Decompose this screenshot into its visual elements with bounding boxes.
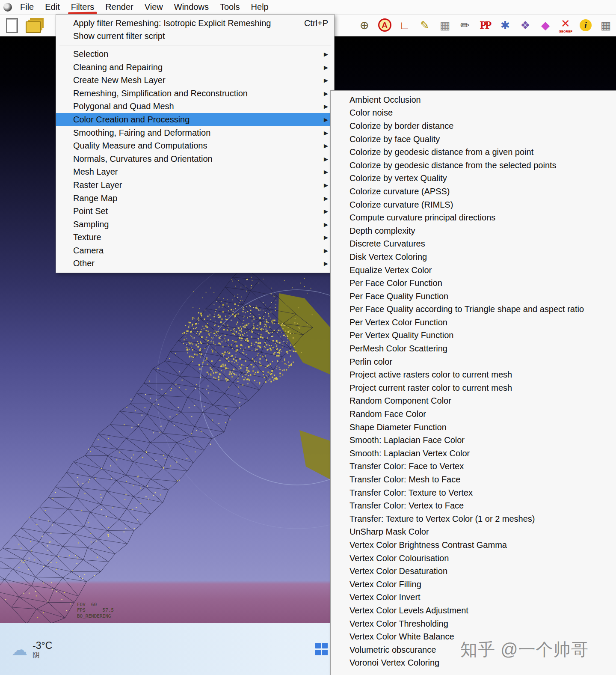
filter-category-item[interactable]: Quality Measure and Computations ▶: [56, 139, 334, 152]
filter-category-item[interactable]: Camera ▶: [56, 244, 334, 257]
point-picking-icon[interactable]: ✱: [496, 15, 515, 35]
filter-action-item[interactable]: Show current filter script: [56, 30, 334, 43]
menubar-item[interactable]: View: [139, 0, 169, 14]
submenu-item[interactable]: Discrete Curvatures: [331, 238, 616, 251]
filter-category-item[interactable]: Polygonal and Quad Mesh ▶: [56, 100, 334, 113]
submenu-item[interactable]: Per Face Color Function: [331, 277, 616, 290]
submenu-arrow-icon: ▶: [324, 195, 328, 202]
menubar-item[interactable]: Help: [246, 0, 274, 14]
submenu-item[interactable]: Per Vertex Color Function: [331, 316, 616, 329]
weather-widget[interactable]: ☁ -3°C 阴: [11, 640, 52, 660]
submenu-item[interactable]: Vertex Color Thresholding: [331, 617, 616, 630]
submenu-item[interactable]: Vertex Color Levels Adjustment: [331, 604, 616, 617]
filter-category-item[interactable]: Color Creation and Processing ▶: [56, 113, 334, 126]
submenu-item[interactable]: Colorize by geodesic distance from a giv…: [331, 146, 616, 159]
georef-icon[interactable]: ✕ GEOREF: [556, 15, 575, 35]
filters-menu-actions: Apply filter Remeshing: Isotropic Explic…: [56, 17, 334, 43]
filters-menu-categories: Selection ▶ Cleaning and Repairing ▶ Cre…: [56, 48, 334, 270]
submenu-item[interactable]: Equalize Vertex Color: [331, 264, 616, 277]
submenu-item[interactable]: UnSharp Mask Color: [331, 526, 616, 539]
filter-category-item[interactable]: Point Set ▶: [56, 205, 334, 218]
submenu-arrow-icon: ▶: [324, 182, 328, 188]
submenu-arrow-icon: ▶: [324, 77, 328, 83]
submenu-item[interactable]: Transfer Color: Mesh to Face: [331, 473, 616, 486]
filter-action-item[interactable]: Apply filter Remeshing: Isotropic Explic…: [56, 17, 334, 30]
filter-category-item[interactable]: Cleaning and Repairing ▶: [56, 61, 334, 74]
filter-category-item[interactable]: Range Map ▶: [56, 192, 334, 205]
submenu-item[interactable]: Project current raster color to current …: [331, 381, 616, 395]
windows-start-button[interactable]: [315, 643, 328, 655]
submenu-item[interactable]: Per Face Quality according to Triangle s…: [331, 303, 616, 316]
menubar: File Edit Filters Render View Windows To…: [0, 0, 616, 15]
submenu-item[interactable]: Vertex Color Brightness Contrast Gamma: [331, 538, 616, 552]
cloud-icon: ☁: [11, 641, 27, 658]
filter-category-item[interactable]: Normals, Curvatures and Orientation ▶: [56, 152, 334, 166]
submenu-arrow-icon: ▶: [324, 90, 328, 97]
paint-brush-icon[interactable]: ✏: [456, 15, 474, 35]
submenu-arrow-icon: ▶: [324, 130, 328, 136]
menubar-item[interactable]: Windows: [169, 0, 214, 14]
submenu-item[interactable]: Color noise: [331, 107, 616, 120]
text-annotation-icon[interactable]: A: [375, 15, 394, 35]
filter-category-item[interactable]: Raster Layer ▶: [56, 178, 334, 192]
menubar-item[interactable]: Render: [100, 0, 139, 14]
menubar-item[interactable]: Tools: [214, 0, 246, 14]
filter-category-item[interactable]: Smoothing, Fairing and Deformation ▶: [56, 126, 334, 140]
submenu-arrow-icon: ▶: [324, 208, 328, 214]
submenu-item[interactable]: Compute curvature principal directions: [331, 211, 616, 224]
submenu-item[interactable]: Colorize by geodesic distance from the s…: [331, 159, 616, 172]
submenu-item[interactable]: Vertex Color Desaturation: [331, 565, 616, 578]
pp-filter-icon[interactable]: PP: [476, 15, 495, 35]
submenu-item[interactable]: Colorize curvature (APSS): [331, 185, 616, 198]
measure-axis-icon[interactable]: ∟: [395, 15, 414, 35]
filter-category-item[interactable]: Texture ▶: [56, 231, 334, 244]
submenu-item[interactable]: Perlin color: [331, 355, 616, 369]
menubar-item[interactable]: File: [15, 0, 39, 14]
submenu-item[interactable]: Per Vertex Quality Function: [331, 329, 616, 342]
open-project-icon[interactable]: [24, 15, 43, 35]
submenu-item[interactable]: Random Component Color: [331, 395, 616, 408]
align-points-icon[interactable]: ❖: [516, 15, 535, 35]
wireframe-sphere-icon[interactable]: ⊕: [355, 15, 374, 35]
submenu-item[interactable]: Disk Vertex Coloring: [331, 250, 616, 264]
submenu-item[interactable]: Colorize by vertex Quality: [331, 172, 616, 185]
grid-select-icon[interactable]: ▦: [596, 15, 615, 35]
shortcut-label: Ctrl+P: [304, 18, 328, 28]
menubar-item[interactable]: Filters: [65, 0, 100, 14]
submenu-arrow-icon: ▶: [324, 64, 328, 71]
submenu-item[interactable]: Ambient Occlusion: [331, 93, 616, 107]
submenu-item[interactable]: Transfer Color: Texture to Vertex: [331, 486, 616, 500]
submenu-item[interactable]: Colorize by face Quality: [331, 133, 616, 146]
raster-alignment-icon[interactable]: ▦: [435, 15, 454, 35]
submenu-item[interactable]: Project active rasters color to current …: [331, 368, 616, 381]
submenu-item[interactable]: Depth complexity: [331, 224, 616, 238]
menubar-item[interactable]: Edit: [39, 0, 65, 14]
meshlab-logo-icon: [3, 3, 12, 12]
submenu-item[interactable]: Smooth: Laplacian Vertex Color: [331, 447, 616, 460]
filter-category-item[interactable]: Create New Mesh Layer ▶: [56, 74, 334, 87]
submenu-item[interactable]: PerMesh Color Scattering: [331, 342, 616, 355]
new-document-icon[interactable]: [3, 15, 21, 35]
submenu-item[interactable]: Transfer Color: Face to Vertex: [331, 460, 616, 473]
submenu-item[interactable]: Per Face Quality Function: [331, 290, 616, 303]
filter-category-item[interactable]: Other ▶: [56, 257, 334, 271]
filter-category-item[interactable]: Selection ▶: [56, 48, 334, 61]
fill-color-icon[interactable]: ✎: [415, 15, 434, 35]
filter-category-item[interactable]: Remeshing, Simplification and Reconstruc…: [56, 87, 334, 100]
submenu-item[interactable]: Transfer: Texture to Vertex Color (1 or …: [331, 512, 616, 526]
submenu-item[interactable]: Vertex Color Colourisation: [331, 552, 616, 565]
submenu-item[interactable]: Colorize by border distance: [331, 119, 616, 133]
info-icon[interactable]: i: [576, 15, 595, 35]
filter-category-item[interactable]: Sampling ▶: [56, 218, 334, 231]
submenu-item[interactable]: Smooth: Laplacian Face Color: [331, 434, 616, 447]
menu-separator: [59, 45, 331, 45]
colorize-mesh-icon[interactable]: ◆: [536, 15, 555, 35]
submenu-item[interactable]: Transfer Color: Vertex to Face: [331, 499, 616, 512]
submenu-item[interactable]: Colorize curvature (RIMLS): [331, 198, 616, 211]
submenu-item[interactable]: Vertex Color Filling: [331, 578, 616, 591]
submenu-item[interactable]: Random Face Color: [331, 407, 616, 421]
filter-category-item[interactable]: Mesh Layer ▶: [56, 166, 334, 179]
submenu-arrow-icon: ▶: [324, 234, 328, 241]
submenu-item[interactable]: Shape Diameter Function: [331, 421, 616, 434]
submenu-item[interactable]: Vertex Color Invert: [331, 591, 616, 604]
